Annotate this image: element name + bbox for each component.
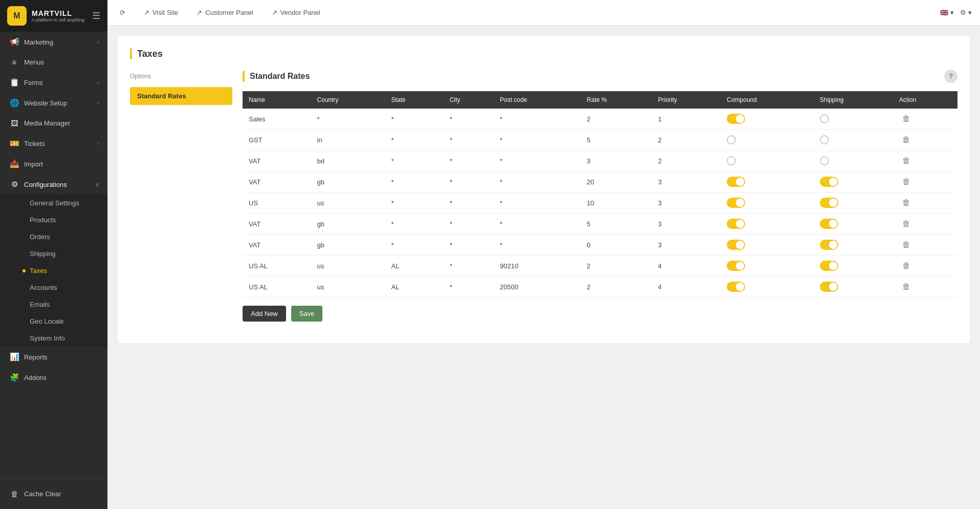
customer-panel-button[interactable]: ↗ Customer Panel (192, 7, 257, 18)
compound-radio[interactable] (727, 156, 736, 165)
shipping-radio[interactable] (820, 135, 829, 144)
sidebar-item-general-settings[interactable]: General Settings (0, 195, 107, 211)
sidebar-bottom: 🗑 Cache Clear (0, 478, 107, 509)
sidebar-item-accounts[interactable]: Accounts (0, 279, 107, 296)
delete-button[interactable]: 🗑 (899, 239, 913, 250)
visit-site-button[interactable]: ↗ Visit Site (140, 7, 182, 18)
delete-button[interactable]: 🗑 (899, 176, 913, 187)
sidebar-item-tickets[interactable]: 🎫 Tickets › (0, 133, 107, 154)
delete-button[interactable]: 🗑 (899, 281, 913, 292)
sidebar-item-taxes[interactable]: Taxes (0, 262, 107, 279)
delete-button[interactable]: 🗑 (899, 197, 913, 208)
cell-action: 🗑 (893, 193, 957, 214)
shipping-toggle[interactable] (820, 240, 838, 250)
sidebar-item-forms[interactable]: 📋 Forms › (0, 72, 107, 93)
compound-toggle[interactable] (727, 114, 745, 124)
section-header: Standard Rates ? (243, 70, 957, 83)
shipping-toggle[interactable] (820, 219, 838, 229)
topbar: ⟳ ↗ Visit Site ↗ Customer Panel ↗ Vendor… (107, 0, 980, 26)
sidebar-item-shipping[interactable]: Shipping (0, 245, 107, 262)
shipping-toggle[interactable] (820, 261, 838, 271)
compound-radio[interactable] (727, 135, 736, 144)
cell-shipping (814, 172, 893, 193)
table-row: Sales * * * * 2 1 🗑 (243, 109, 957, 130)
bullet-icon (23, 202, 26, 205)
col-action: Action (893, 91, 957, 109)
sidebar-item-label: Website Setup (24, 99, 92, 107)
sidebar-item-reports[interactable]: 📊 Reports (0, 347, 107, 367)
sidebar-item-media-manager[interactable]: 🖼 Media Manager (0, 113, 107, 133)
sidebar-item-label: Reports (24, 353, 99, 361)
language-selector[interactable]: 🇬🇧 ▾ (940, 9, 954, 16)
delete-button[interactable]: 🗑 (899, 260, 913, 271)
shipping-radio[interactable] (820, 114, 829, 123)
compound-toggle[interactable] (727, 177, 745, 187)
shipping-toggle[interactable] (820, 282, 838, 292)
cell-rate: 2 (581, 277, 652, 298)
delete-button[interactable]: 🗑 (899, 113, 913, 124)
cell-rate: 20 (581, 172, 652, 193)
save-button[interactable]: Save (291, 306, 323, 322)
logo-text: MARTVILL A platform to sell anything (32, 9, 84, 23)
delete-button[interactable]: 🗑 (899, 218, 913, 229)
logo-icon: M (7, 6, 27, 26)
sidebar-item-orders[interactable]: Orders (0, 228, 107, 245)
delete-button[interactable]: 🗑 (899, 155, 913, 166)
compound-toggle[interactable] (727, 240, 745, 250)
panel-item-standard-rates[interactable]: Standard Rates (130, 87, 232, 105)
sub-item-label: Orders (30, 233, 50, 241)
sidebar-item-label: Configurations (24, 181, 90, 188)
content-layout: Options Standard Rates Standard Rates ? (130, 70, 957, 322)
sidebar-item-menus[interactable]: ≡ Menus (0, 52, 107, 72)
shipping-radio[interactable] (820, 156, 829, 165)
table-row: US AL us AL * 20500 2 4 🗑 (243, 277, 957, 298)
shipping-toggle[interactable] (820, 198, 838, 208)
cell-rate: 10 (581, 193, 652, 214)
cell-country: us (311, 277, 385, 298)
sidebar-item-system-info[interactable]: System Info (0, 330, 107, 347)
refresh-button[interactable]: ⟳ (116, 7, 129, 18)
sidebar-item-emails[interactable]: Emails (0, 296, 107, 313)
sidebar-item-marketing[interactable]: 📢 Marketing › (0, 32, 107, 52)
compound-toggle[interactable] (727, 219, 745, 229)
cell-priority: 3 (652, 172, 721, 193)
external-link-icon: ↗ (272, 9, 277, 16)
help-button[interactable]: ? (944, 70, 957, 83)
sidebar-item-label: Cache Clear (24, 490, 99, 498)
delete-button[interactable]: 🗑 (899, 134, 913, 145)
topbar-right: 🇬🇧 ▾ ⚙ ▾ (940, 9, 972, 16)
cell-postcode: * (494, 214, 581, 235)
sidebar-item-website-setup[interactable]: 🌐 Website Setup › (0, 93, 107, 113)
cell-state: * (385, 214, 444, 235)
settings-button[interactable]: ⚙ ▾ (960, 9, 972, 16)
vendor-panel-button[interactable]: ↗ Vendor Panel (268, 7, 324, 18)
compound-toggle[interactable] (727, 261, 745, 271)
cell-action: 🗑 (893, 151, 957, 172)
hamburger-icon[interactable]: ☰ (92, 10, 100, 22)
logo-area: M MARTVILL A platform to sell anything ☰ (0, 0, 107, 32)
col-state: State (385, 91, 444, 109)
sidebar-item-geo-locale[interactable]: Geo Locale (0, 313, 107, 330)
bullet-icon (23, 337, 26, 340)
add-new-button[interactable]: Add New (243, 306, 286, 322)
cell-name: VAT (243, 151, 311, 172)
import-icon: 📥 (10, 159, 19, 168)
sidebar-item-addons[interactable]: 🧩 Addons (0, 367, 107, 388)
panel-item-label: Standard Rates (137, 92, 186, 100)
compound-toggle[interactable] (727, 198, 745, 208)
sidebar-item-products[interactable]: Products (0, 211, 107, 228)
cell-state: * (385, 109, 444, 130)
sidebar-item-configurations[interactable]: ⚙ Configurations ∨ (0, 174, 107, 195)
brand-tagline: A platform to sell anything (32, 17, 84, 23)
sidebar-item-import[interactable]: 📥 Import (0, 154, 107, 174)
sidebar-item-cache-clear[interactable]: 🗑 Cache Clear (0, 484, 107, 504)
left-panel: Options Standard Rates (130, 70, 232, 322)
cell-name: VAT (243, 172, 311, 193)
marketing-icon: 📢 (10, 37, 19, 47)
cell-compound (721, 130, 814, 151)
cell-country: us (311, 256, 385, 277)
cell-city: * (444, 193, 494, 214)
cell-state: * (385, 235, 444, 256)
compound-toggle[interactable] (727, 282, 745, 292)
shipping-toggle[interactable] (820, 177, 838, 187)
